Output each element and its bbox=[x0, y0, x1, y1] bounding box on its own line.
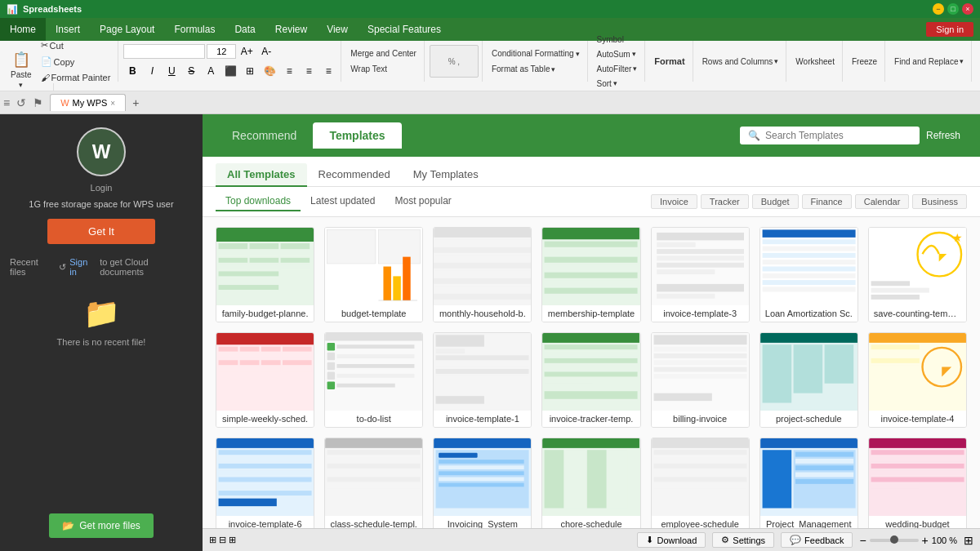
template-card[interactable]: chore-schedule bbox=[541, 438, 640, 528]
get-more-button[interactable]: 📂 Get more files bbox=[49, 513, 154, 538]
template-card[interactable]: budget-template bbox=[324, 227, 423, 322]
template-card[interactable]: Invoicing_System bbox=[433, 438, 532, 528]
filter-top-downloads[interactable]: Top downloads bbox=[216, 192, 301, 211]
zoom-out-button[interactable]: − bbox=[859, 534, 866, 547]
align-center-button[interactable]: ≡ bbox=[300, 62, 318, 80]
template-card[interactable]: invoice-template-3 bbox=[651, 227, 750, 322]
svg-rect-75 bbox=[261, 360, 281, 365]
sidebar: W Login 1G free storage space for WPS us… bbox=[0, 114, 203, 551]
align-right-button[interactable]: ≡ bbox=[319, 62, 337, 80]
template-card[interactable]: billing-invoice bbox=[651, 332, 750, 428]
template-card[interactable]: invoice-template-6 bbox=[216, 438, 314, 528]
template-card[interactable]: project-schedule bbox=[760, 332, 858, 428]
template-card[interactable]: invoice-template-1 bbox=[433, 332, 532, 428]
conditional-formatting-button[interactable]: Conditional Formatting bbox=[488, 47, 584, 60]
menu-data[interactable]: Data bbox=[225, 18, 265, 41]
settings-bottom-button[interactable]: ⚙ Settings bbox=[712, 532, 774, 548]
refresh-recent-button[interactable]: ↺ bbox=[59, 262, 66, 273]
operations-group: Symbol AutoSum AutoFilter Sort bbox=[590, 41, 646, 82]
autosum-button[interactable]: AutoSum bbox=[593, 47, 642, 61]
tag-tracker[interactable]: Tracker bbox=[701, 194, 749, 209]
tag-business[interactable]: Business bbox=[912, 194, 967, 209]
menu-review[interactable]: Review bbox=[265, 18, 317, 41]
sort-button[interactable]: Sort bbox=[593, 77, 642, 91]
format-group: Format bbox=[647, 41, 693, 82]
template-card[interactable]: membership-template bbox=[541, 227, 640, 322]
find-replace-button[interactable]: Find and Replace bbox=[890, 55, 968, 69]
search-input[interactable] bbox=[765, 130, 911, 141]
signin-button[interactable]: Sign in bbox=[926, 22, 973, 37]
menu-view[interactable]: View bbox=[317, 18, 358, 41]
strikethrough-button[interactable]: S bbox=[182, 62, 200, 80]
template-card[interactable]: simple-weekly-sched. bbox=[216, 332, 314, 428]
view-mode-button[interactable]: ⊞ bbox=[964, 534, 973, 547]
template-card[interactable]: invoice-tracker-temp. bbox=[541, 332, 640, 428]
format-table-button[interactable]: Format as Table bbox=[488, 62, 584, 76]
cut-button[interactable]: ✂Cut bbox=[37, 38, 115, 53]
bold-button[interactable]: B bbox=[123, 62, 141, 80]
filter-button[interactable]: AutoFilter bbox=[593, 62, 642, 76]
template-card[interactable]: wedding-budget bbox=[868, 438, 967, 528]
zoom-in-button[interactable]: + bbox=[922, 534, 929, 547]
sub-nav-all-templates[interactable]: All Templates bbox=[216, 163, 307, 187]
feedback-button[interactable]: 💬 Feedback bbox=[781, 532, 853, 548]
close-button[interactable]: × bbox=[962, 3, 973, 15]
template-card[interactable]: monthly-household-b. bbox=[433, 227, 532, 322]
symbol-button[interactable]: Symbol bbox=[593, 33, 642, 47]
template-card[interactable]: invoice-template-4 bbox=[868, 332, 967, 428]
maximize-button[interactable]: □ bbox=[947, 3, 959, 15]
tag-finance[interactable]: Finance bbox=[802, 194, 852, 209]
rows-cols-button[interactable]: Rows and Columns bbox=[698, 55, 783, 69]
paste-button[interactable]: 📋 Paste bbox=[7, 48, 36, 74]
svg-rect-25 bbox=[434, 247, 531, 253]
minimize-button[interactable]: − bbox=[933, 3, 944, 15]
font-increase-button[interactable]: A+ bbox=[238, 42, 256, 60]
recommend-tab[interactable]: Recommend bbox=[216, 122, 313, 149]
tag-calendar[interactable]: Calendar bbox=[855, 194, 910, 209]
template-card[interactable]: Loan Amortization Sc. bbox=[760, 227, 858, 322]
fill-color-button[interactable]: 🎨 bbox=[261, 62, 278, 80]
svg-rect-141 bbox=[327, 450, 421, 455]
add-tab-button[interactable]: + bbox=[126, 93, 145, 113]
refresh-button[interactable]: Refresh bbox=[920, 130, 967, 141]
template-card[interactable]: class-schedule-templ. bbox=[324, 438, 423, 528]
freeze-button[interactable]: Freeze bbox=[848, 55, 881, 69]
tab-close-button[interactable]: × bbox=[110, 99, 115, 108]
template-card[interactable]: employee-schedule bbox=[651, 438, 750, 528]
align-left-button[interactable]: ≡ bbox=[280, 62, 298, 80]
copy-button[interactable]: 📄Copy bbox=[37, 54, 115, 69]
download-button[interactable]: ⬇ Download bbox=[637, 532, 706, 548]
font-decrease-button[interactable]: A- bbox=[257, 42, 275, 60]
font-color-button[interactable]: A bbox=[202, 62, 220, 80]
menu-formulas[interactable]: Formulas bbox=[164, 18, 225, 41]
svg-rect-8 bbox=[250, 258, 279, 263]
zoom-slider[interactable] bbox=[870, 539, 919, 542]
italic-button[interactable]: I bbox=[143, 62, 161, 80]
font-size-input[interactable] bbox=[207, 44, 236, 59]
template-card[interactable]: family-budget-planne. bbox=[216, 227, 314, 322]
underline-button[interactable]: U bbox=[163, 62, 180, 80]
sidebar-signin-link[interactable]: Sign in bbox=[69, 257, 96, 277]
template-row-3: invoice-template-6 class-schedule-templ.… bbox=[216, 438, 967, 528]
font-name-input[interactable] bbox=[123, 44, 205, 59]
wrap-text-button[interactable]: Wrap Text bbox=[346, 62, 421, 76]
get-it-button[interactable]: Get It bbox=[47, 219, 155, 244]
tab-mywps[interactable]: W My WPS × bbox=[50, 94, 126, 111]
border-button[interactable]: ⊞ bbox=[241, 62, 259, 80]
template-card[interactable]: Project_Management bbox=[760, 438, 858, 528]
format-button[interactable]: Format bbox=[650, 54, 688, 69]
menu-special-features[interactable]: Special Features bbox=[358, 18, 451, 41]
templates-tab[interactable]: Templates bbox=[313, 122, 401, 149]
template-card[interactable]: to-do-list bbox=[324, 332, 423, 428]
tag-budget[interactable]: Budget bbox=[752, 194, 799, 209]
sub-nav-my-templates[interactable]: My Templates bbox=[402, 163, 490, 187]
tag-invoice[interactable]: Invoice bbox=[651, 194, 697, 209]
merge-center-button[interactable]: Merge and Center bbox=[346, 47, 421, 60]
worksheet-button[interactable]: Worksheet bbox=[791, 55, 839, 69]
highlight-button[interactable]: ⬛ bbox=[221, 62, 239, 80]
svg-rect-152 bbox=[439, 465, 524, 469]
filter-most-popular[interactable]: Most popular bbox=[385, 192, 461, 211]
template-card[interactable]: save-counting-templa. ★ bbox=[868, 227, 967, 322]
sub-nav-recommended[interactable]: Recommended bbox=[307, 163, 402, 187]
filter-latest-updated[interactable]: Latest updated bbox=[301, 192, 385, 211]
